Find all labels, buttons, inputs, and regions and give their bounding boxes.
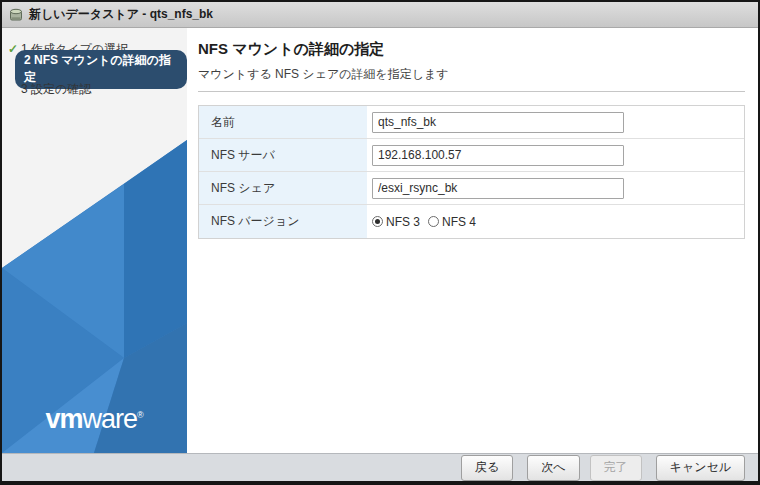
- wizard-step-list: ✓ 1 作成タイプの選択 2 NFS マウントの詳細の指定 3 設定の確認: [2, 28, 187, 98]
- header-divider: [198, 91, 745, 92]
- datastore-icon: [9, 8, 23, 22]
- name-label: 名前: [199, 106, 367, 138]
- wizard-button-bar: 戻る 次へ 完了 キャンセル: [2, 453, 758, 481]
- window-title: 新しいデータストア - qts_nfs_bk: [29, 6, 213, 23]
- nfs-server-input[interactable]: [372, 145, 624, 166]
- nfs3-radio[interactable]: NFS 3: [372, 215, 420, 229]
- new-datastore-wizard-window: 新しいデータストア - qts_nfs_bk ✓ 1 作成タイプの選択 2 NF…: [0, 0, 760, 485]
- cancel-button[interactable]: キャンセル: [656, 455, 745, 481]
- form-row-nfs-version: NFS バージョン NFS 3 NFS 4: [199, 205, 744, 238]
- vmware-logo-registered-mark: ®: [137, 410, 144, 420]
- back-button[interactable]: 戻る: [461, 455, 513, 481]
- page-subtitle: マウントする NFS シェアの詳細を指定します: [198, 66, 745, 83]
- vmware-logo: vmware®: [2, 404, 187, 435]
- step-3-label: 3 設定の確認: [21, 81, 91, 98]
- nfs-version-radio-group: NFS 3 NFS 4: [372, 215, 484, 229]
- form-row-nfs-server: NFS サーバ: [199, 139, 744, 172]
- nfs3-radio-circle-icon: [372, 216, 383, 227]
- nfs3-radio-label: NFS 3: [386, 215, 420, 229]
- finish-button[interactable]: 完了: [590, 455, 642, 481]
- vmware-logo-ware: ware: [82, 404, 137, 434]
- form-row-name: 名前: [199, 106, 744, 139]
- step-2-nfs-mount-details[interactable]: 2 NFS マウントの詳細の指定: [15, 60, 187, 78]
- nfs-details-form: 名前 NFS サーバ NFS シェア: [198, 105, 745, 239]
- nfs4-radio[interactable]: NFS 4: [428, 215, 476, 229]
- title-bar: 新しいデータストア - qts_nfs_bk: [2, 2, 758, 28]
- page-title: NFS マウントの詳細の指定: [198, 40, 745, 59]
- next-button[interactable]: 次へ: [527, 455, 579, 481]
- nfs-share-label: NFS シェア: [199, 172, 367, 204]
- nfs-version-label: NFS バージョン: [199, 205, 367, 238]
- form-row-nfs-share: NFS シェア: [199, 172, 744, 205]
- wizard-steps-sidebar: ✓ 1 作成タイプの選択 2 NFS マウントの詳細の指定 3 設定の確認 vm…: [2, 28, 187, 453]
- wizard-content-pane: NFS マウントの詳細の指定 マウントする NFS シェアの詳細を指定します 名…: [187, 28, 758, 453]
- nfs4-radio-label: NFS 4: [442, 215, 476, 229]
- nfs4-radio-circle-icon: [428, 216, 439, 227]
- nfs-server-label: NFS サーバ: [199, 139, 367, 171]
- nfs-share-input[interactable]: [372, 178, 624, 199]
- vmware-logo-vm: vm: [45, 404, 82, 434]
- name-input[interactable]: [372, 112, 624, 133]
